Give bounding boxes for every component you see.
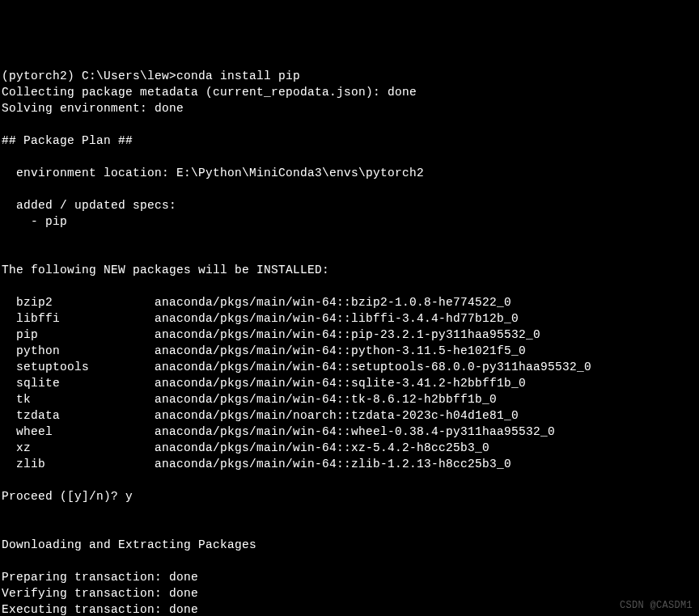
env-prefix: (pytorch2) [2,70,74,82]
prompt-path: C:\Users\lew> [82,70,176,82]
solving-line: Solving environment: done [2,102,184,115]
terminal-output[interactable]: (pytorch2) C:\Users\lew>conda install pi… [2,68,697,616]
executing-line: Executing transaction: done [2,603,198,616]
env-location: environment location: E:\Python\MiniCond… [2,167,424,179]
watermark: CSDN @CASDM1 [620,599,693,613]
collecting-line: Collecting package metadata (current_rep… [2,86,417,99]
added-specs-header: added / updated specs: [2,199,176,212]
preparing-line: Preparing transaction: done [2,571,198,584]
proceed-prompt: Proceed ([y]/n)? y [2,490,133,503]
plan-header: ## Package Plan ## [2,134,133,147]
new-packages-header: The following NEW packages will be INSTA… [2,264,329,276]
verifying-line: Verifying transaction: done [2,587,198,600]
prompt-line-1: (pytorch2) C:\Users\lew>conda install pi… [2,70,300,82]
proceed-answer: y [125,490,133,503]
spec-pip: - pip [2,215,67,228]
downloading-line: Downloading and Extracting Packages [2,538,256,551]
command-input: conda install pip [176,70,300,82]
package-list: bzip2 anaconda/pkgs/main/win-64::bzip2-1… [2,296,591,470]
